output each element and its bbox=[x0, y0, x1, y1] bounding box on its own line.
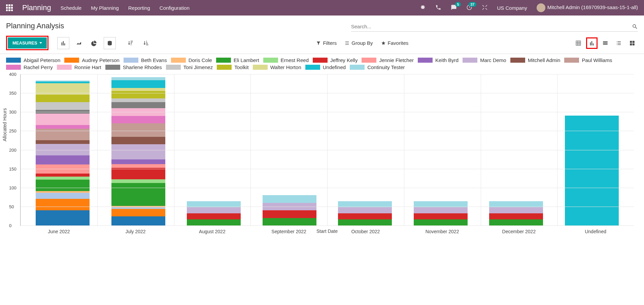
legend-item[interactable]: Walter Horton bbox=[253, 64, 301, 70]
bar-segment[interactable] bbox=[111, 137, 165, 145]
nav-schedule[interactable]: Schedule bbox=[61, 5, 82, 11]
sort-desc-icon[interactable] bbox=[125, 37, 137, 49]
bar-column[interactable] bbox=[31, 81, 95, 225]
nav-configuration[interactable]: Configuration bbox=[160, 5, 190, 11]
bar-segment[interactable] bbox=[263, 195, 316, 203]
bar-column[interactable] bbox=[333, 201, 397, 225]
user-menu[interactable]: Mitchell Admin (16970939-saas-15-1-all) bbox=[537, 3, 638, 12]
view-activity-icon[interactable] bbox=[613, 37, 624, 49]
legend-item[interactable]: Toni Jimenez bbox=[166, 64, 213, 70]
bar-segment[interactable] bbox=[111, 164, 165, 168]
bar-segment[interactable] bbox=[489, 207, 543, 213]
view-pivot-icon[interactable] bbox=[573, 37, 584, 49]
view-bar-chart-icon[interactable] bbox=[57, 37, 69, 49]
bar-segment[interactable] bbox=[187, 219, 241, 225]
debug-icon[interactable] bbox=[420, 4, 426, 11]
activities-icon[interactable]: 37 bbox=[466, 4, 472, 11]
bar-segment[interactable] bbox=[36, 177, 90, 180]
favorites-button[interactable]: Favorites bbox=[381, 40, 409, 46]
bar-segment[interactable] bbox=[263, 218, 316, 226]
bar-segment[interactable] bbox=[36, 174, 90, 177]
bar-segment[interactable] bbox=[187, 207, 241, 213]
bar-segment[interactable] bbox=[111, 116, 165, 124]
view-list-icon[interactable] bbox=[600, 37, 611, 49]
app-brand[interactable]: Planning bbox=[22, 3, 51, 12]
bar-segment[interactable] bbox=[36, 129, 90, 140]
legend-item[interactable]: Audrey Peterson bbox=[64, 57, 120, 63]
legend-item[interactable]: Toolkit bbox=[217, 64, 249, 70]
legend-item[interactable]: Eli Lambert bbox=[216, 57, 259, 63]
bar-column[interactable] bbox=[409, 201, 473, 225]
apps-icon[interactable] bbox=[6, 4, 13, 11]
bar-segment[interactable] bbox=[414, 213, 468, 219]
legend-item[interactable]: Continuity Tester bbox=[350, 64, 405, 70]
legend-item[interactable]: Doris Cole bbox=[171, 57, 212, 63]
bar-segment[interactable] bbox=[111, 102, 165, 108]
nav-my-planning[interactable]: My Planning bbox=[91, 5, 119, 11]
legend-item[interactable]: Ernest Reed bbox=[263, 57, 309, 63]
legend-item[interactable]: Sharlene Rhodes bbox=[105, 64, 162, 70]
bar-segment[interactable] bbox=[36, 155, 90, 164]
legend-item[interactable]: Keith Byrd bbox=[418, 57, 459, 63]
filters-button[interactable]: Filters bbox=[316, 40, 337, 46]
legend-item[interactable]: Beth Evans bbox=[124, 57, 167, 63]
bar-segment[interactable] bbox=[36, 102, 90, 110]
measures-button[interactable]: MEASURES bbox=[8, 37, 47, 49]
view-line-chart-icon[interactable] bbox=[73, 37, 85, 49]
bar-segment[interactable] bbox=[111, 168, 165, 179]
bar-segment[interactable] bbox=[36, 193, 90, 199]
legend-item[interactable]: Jeffrey Kelly bbox=[313, 57, 358, 63]
nav-reporting[interactable]: Reporting bbox=[128, 5, 150, 11]
bar-segment[interactable] bbox=[36, 95, 90, 102]
legend-item[interactable]: Abigail Peterson bbox=[6, 57, 60, 63]
bar-segment[interactable] bbox=[187, 213, 241, 219]
bar-segment[interactable] bbox=[489, 213, 543, 219]
bar-segment[interactable] bbox=[111, 98, 165, 102]
bar-segment[interactable] bbox=[111, 77, 165, 80]
bar-segment[interactable] bbox=[111, 216, 165, 225]
bar-segment[interactable] bbox=[338, 207, 392, 213]
view-kanban-icon[interactable] bbox=[626, 37, 638, 49]
bar-segment[interactable] bbox=[111, 88, 165, 91]
legend-item[interactable]: Undefined bbox=[305, 64, 346, 70]
bar-segment[interactable] bbox=[263, 210, 316, 218]
groupby-button[interactable]: Group By bbox=[345, 40, 373, 46]
company-switcher[interactable]: US Company bbox=[497, 5, 527, 11]
legend-item[interactable]: Marc Demo bbox=[463, 57, 506, 63]
legend-item[interactable]: Jennie Fletcher bbox=[362, 57, 414, 63]
bar-segment[interactable] bbox=[111, 179, 165, 183]
view-graph-icon[interactable] bbox=[586, 37, 598, 49]
view-stacked-icon[interactable] bbox=[104, 37, 116, 49]
legend-item[interactable]: Mitchell Admin bbox=[510, 57, 561, 63]
bar-segment[interactable] bbox=[36, 210, 90, 225]
bar-column[interactable] bbox=[560, 116, 624, 225]
bar-segment[interactable] bbox=[36, 199, 90, 210]
search-input[interactable] bbox=[351, 22, 632, 31]
bar-segment[interactable] bbox=[36, 125, 90, 129]
bar-segment[interactable] bbox=[111, 159, 165, 164]
bar-segment[interactable] bbox=[111, 123, 165, 136]
bar-segment[interactable] bbox=[338, 213, 392, 219]
bar-segment[interactable] bbox=[36, 114, 90, 125]
bar-segment[interactable] bbox=[414, 219, 468, 225]
view-pie-chart-icon[interactable] bbox=[88, 37, 100, 49]
bar-segment[interactable] bbox=[111, 144, 165, 159]
search-bar[interactable] bbox=[351, 22, 638, 32]
bar-segment[interactable] bbox=[338, 219, 392, 225]
bar-column[interactable] bbox=[106, 77, 171, 225]
legend-item[interactable]: Ronnie Hart bbox=[57, 64, 101, 70]
bar-segment[interactable] bbox=[489, 219, 543, 225]
bar-segment[interactable] bbox=[111, 80, 165, 88]
bar-segment[interactable] bbox=[565, 116, 619, 225]
messages-icon[interactable]: 5 bbox=[451, 4, 457, 11]
bar-segment[interactable] bbox=[111, 183, 165, 206]
legend-item[interactable]: Paul Williams bbox=[564, 57, 612, 63]
legend-item[interactable]: Rachel Perry bbox=[6, 64, 53, 70]
sort-asc-icon[interactable] bbox=[140, 37, 152, 49]
bar-column[interactable] bbox=[484, 201, 548, 225]
bar-segment[interactable] bbox=[111, 91, 165, 99]
tools-icon[interactable] bbox=[482, 4, 488, 11]
bar-column[interactable] bbox=[258, 195, 322, 225]
bar-column[interactable] bbox=[182, 201, 246, 225]
bar-segment[interactable] bbox=[111, 209, 165, 217]
